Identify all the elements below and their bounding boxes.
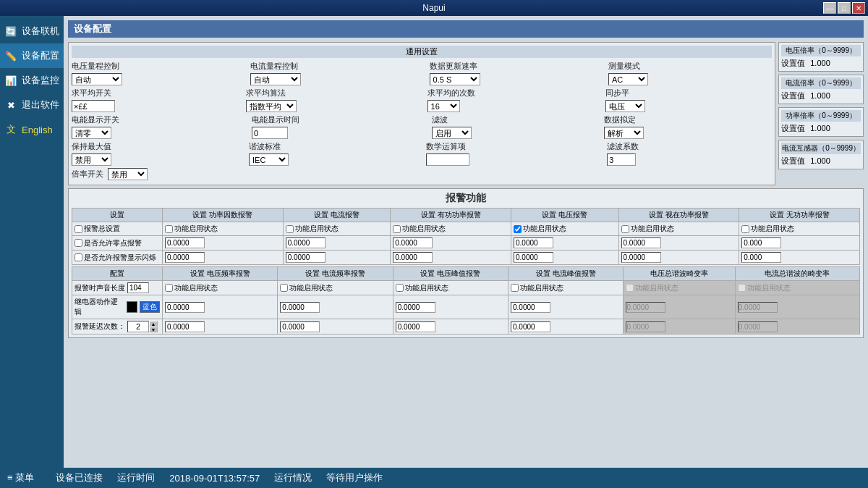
alarm-row2-settings: 是否允许零点报警 (72, 236, 163, 251)
alarm-row3-current-input[interactable] (286, 252, 326, 263)
alarm-row2-reactive (739, 236, 860, 251)
current-transducer-title: 电流互感器（0～9999） (781, 143, 861, 154)
alarm-row3-reactive-input[interactable] (741, 252, 781, 263)
alarm-pf-enable-checkbox[interactable] (165, 225, 173, 233)
calib-std-select[interactable]: IECIEEE (249, 153, 289, 166)
voltage-control-select[interactable]: 自动手动 (72, 73, 122, 85)
avg-switch-input[interactable] (72, 100, 115, 112)
math-input[interactable] (426, 153, 469, 166)
alarm-row3-apparent-input[interactable] (621, 252, 661, 263)
alarm-row2-vpeak (393, 295, 508, 319)
alarm-voltage-enable-checkbox[interactable] (514, 225, 522, 233)
alarm-flash-label: 是否允许报警显示闪烁 (84, 253, 156, 263)
alarm-relay-logic-cell: 继电器动作逻辑 蓝色 (72, 295, 163, 319)
energy-time-label: 电能显示时间 (252, 114, 427, 125)
alarm-bottom-row2-vpeak-input[interactable] (396, 302, 435, 313)
alarm-row3-pf-input[interactable] (165, 252, 205, 263)
current-control-label: 电流量程控制 (250, 61, 425, 72)
voltage-sensor-title: 电压倍率（0～9999） (781, 45, 861, 56)
alarm-row2-current-input[interactable] (286, 237, 326, 248)
avg-algo-select[interactable]: 指数平均简单平均 (246, 100, 297, 112)
alarm-bottom-row3-vf-input[interactable] (165, 321, 205, 332)
voltage-sensor-box: 电压倍率（0～9999） 设置值 1.000 (778, 42, 864, 72)
power-sensor-label-row: 设置值 1.000 (781, 123, 861, 134)
alarm-row3-voltage-input[interactable] (514, 252, 553, 263)
alarm-row2-vthd (624, 295, 735, 319)
measure-mode-select[interactable]: ACDC (608, 73, 648, 85)
energy-display-select[interactable]: 清零保持 (72, 127, 111, 139)
filter-select[interactable]: 启用禁用 (432, 127, 472, 139)
color-blue-button[interactable]: 蓝色 (140, 301, 160, 313)
alarm-row3-active-input[interactable] (393, 252, 433, 263)
alarm-row3-current (283, 251, 391, 265)
color-black-swatch[interactable] (127, 301, 138, 313)
alarm-voltage-enable-cell: 功能启用状态 (511, 222, 618, 236)
alarm-bottom-header-curr-thd: 电流总谐波的畸变率 (735, 267, 859, 281)
alarm-vthd-enable-checkbox (626, 284, 634, 292)
alarm-vf-enable-checkbox[interactable] (165, 284, 173, 292)
sampling-rate-select[interactable]: 0.5 S1 S2 S (430, 73, 480, 85)
avg-times-select[interactable]: 16832 (427, 100, 460, 112)
alarm-row2-vf (163, 295, 278, 319)
sidebar-item-language[interactable]: 文 English (0, 117, 64, 142)
alarm-cthd-enable-cell: 功能启用状态 (735, 281, 859, 295)
alarm-bottom-row2-cf-input[interactable] (280, 302, 320, 313)
alarm-vpeak-enable-checkbox[interactable] (396, 284, 404, 292)
title-bar: Napui — □ ✕ (0, 0, 868, 16)
data-fix-select[interactable]: 解析保持 (604, 127, 644, 139)
alarm-sound-length-input[interactable] (127, 282, 149, 293)
sidebar-item-device-monitor[interactable]: 📊 设备监控 (0, 68, 64, 93)
alarm-apparent-enable-checkbox[interactable] (621, 225, 629, 233)
alarm-zero-point-checkbox[interactable] (75, 239, 82, 247)
alarm-active-enable-checkbox[interactable] (393, 225, 401, 233)
minimize-button[interactable]: — (823, 2, 836, 14)
close-button[interactable]: ✕ (852, 2, 865, 14)
filter-coeff-input[interactable] (607, 153, 636, 166)
alarm-voltage-enable-label: 功能启用状态 (523, 224, 566, 234)
sync-select[interactable]: 电压电流 (605, 100, 645, 112)
alarm-bottom-row3-cpeak-input[interactable] (511, 321, 550, 332)
sync-label: 同步平 (605, 88, 772, 98)
max-value-select[interactable]: 禁用启用 (72, 153, 111, 166)
alarm-total-checkbox[interactable] (75, 225, 82, 233)
alarm-row2-voltage-input[interactable] (514, 237, 553, 248)
current-control-select[interactable]: 自动手动 (250, 73, 301, 85)
menu-button[interactable]: ≡ 菜单 (7, 471, 34, 484)
voltage-sensor-label: 设置值 (781, 59, 805, 67)
rate-switch-select[interactable]: 禁用启用 (108, 168, 148, 180)
energy-time-input[interactable] (252, 127, 288, 139)
maximize-button[interactable]: □ (838, 2, 851, 14)
main-layout: 🔄 设备联机 ✏️ 设备配置 📊 设备监控 ✖ 退出软件 文 English 设… (0, 16, 868, 468)
status-label: 运行情况 (274, 471, 312, 484)
sidebar-item-device-config[interactable]: ✏️ 设备配置 (0, 43, 64, 68)
alarm-bottom-row3-vpeak-input[interactable] (396, 321, 435, 332)
current-transducer-box: 电流互感器（0～9999） 设置值 1.000 (778, 140, 864, 169)
voltage-control-label: 电压量程控制 (72, 61, 246, 72)
alarm-row2-apparent-input[interactable] (621, 237, 661, 248)
alarm-row2-active-input[interactable] (393, 237, 433, 248)
power-sensor-label: 设置值 (781, 124, 805, 132)
sidebar-item-device-connect[interactable]: 🔄 设备联机 (0, 19, 64, 43)
alarm-row2-pf-input[interactable] (165, 237, 205, 248)
alarm-cpeak-enable-checkbox[interactable] (511, 284, 519, 292)
alarm-cf-enable-checkbox[interactable] (280, 284, 288, 292)
spinner-buttons: ▲ ▼ (149, 321, 158, 332)
spinner-up-button[interactable]: ▲ (149, 321, 158, 327)
alarm-delay-input[interactable] (127, 321, 149, 332)
status-bar: ≡ 菜单 设备已连接 运行时间 2018-09-01T13:57:57 运行情况… (0, 468, 868, 488)
power-sensor-box: 功率倍率（0～9999） 设置值 1.000 (778, 107, 864, 137)
spinner-down-button[interactable]: ▼ (149, 327, 158, 332)
alarm-title: 报警功能 (72, 192, 860, 205)
sidebar-label-config: 设备配置 (22, 49, 59, 62)
alarm-active-enable-label: 功能启用状态 (402, 224, 446, 234)
alarm-bottom-row2-cpeak-input[interactable] (511, 302, 550, 313)
alarm-bottom-row3-cf-input[interactable] (280, 321, 320, 332)
alarm-cthd-enable-checkbox (738, 284, 746, 292)
alarm-reactive-enable-checkbox[interactable] (741, 225, 749, 233)
table-row: 是否允许报警显示闪烁 (72, 251, 860, 265)
alarm-bottom-row2-vf-input[interactable] (165, 302, 205, 313)
alarm-row2-reactive-input[interactable] (741, 237, 781, 248)
alarm-current-enable-checkbox[interactable] (286, 225, 294, 233)
sidebar-item-exit[interactable]: ✖ 退出软件 (0, 93, 64, 117)
alarm-flash-checkbox[interactable] (75, 253, 82, 261)
